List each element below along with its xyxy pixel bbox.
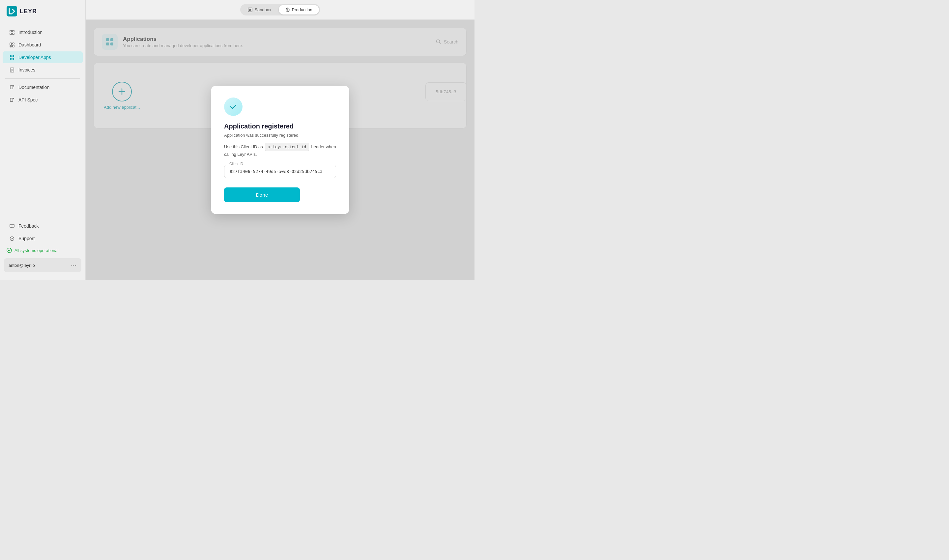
sidebar-item-api-spec[interactable]: API Spec	[3, 94, 83, 106]
logo-area: LEYR	[0, 0, 85, 22]
svg-rect-8	[10, 46, 12, 47]
topbar: Sandbox Production	[86, 0, 474, 20]
done-button[interactable]: Done	[224, 188, 300, 202]
dashboard-icon	[9, 42, 14, 48]
modal-title: Application registered	[224, 123, 336, 130]
developer-apps-label: Developer Apps	[18, 55, 51, 60]
documentation-label: Documentation	[18, 85, 49, 90]
svg-rect-4	[12, 33, 14, 35]
sidebar-item-introduction[interactable]: Introduction	[3, 26, 83, 38]
svg-rect-10	[12, 55, 14, 57]
sidebar-item-invoices[interactable]: Invoices	[3, 64, 83, 76]
feedback-label: Feedback	[18, 223, 39, 229]
feedback-icon	[9, 223, 14, 229]
sandbox-button[interactable]: Sandbox	[241, 5, 278, 14]
external-link-doc-icon	[9, 85, 14, 90]
support-icon: ?	[9, 236, 14, 241]
status-check-icon	[6, 248, 12, 253]
production-icon	[285, 8, 290, 12]
apps-icon	[9, 55, 14, 60]
modal-check-icon	[224, 97, 242, 116]
api-spec-label: API Spec	[18, 97, 38, 102]
dashboard-label: Dashboard	[18, 42, 41, 48]
logo-text: LEYR	[20, 8, 37, 15]
svg-rect-18	[10, 98, 13, 102]
env-switcher: Sandbox Production	[240, 4, 320, 15]
svg-text:?: ?	[11, 237, 13, 240]
svg-rect-3	[10, 33, 12, 35]
more-options-icon[interactable]: ⋯	[71, 262, 77, 269]
systems-status: All systems operational	[0, 245, 85, 255]
svg-rect-0	[6, 6, 17, 17]
modal-subtitle: Application was successfully registered.	[224, 133, 336, 138]
content-area: Applications You can create and managed …	[86, 20, 474, 280]
sidebar-item-documentation[interactable]: Documentation	[3, 82, 83, 93]
client-id-field: 827f3406-5274-49d5-a0e8-02d25db745c3	[224, 165, 336, 178]
svg-rect-6	[12, 43, 14, 44]
svg-rect-9	[10, 55, 12, 57]
invoices-label: Invoices	[18, 67, 35, 72]
client-id-wrapper: Client ID 827f3406-5274-49d5-a0e8-02d25d…	[224, 165, 336, 178]
support-label: Support	[18, 236, 35, 241]
svg-rect-17	[10, 86, 13, 89]
svg-rect-12	[12, 58, 14, 60]
status-text: All systems operational	[14, 248, 59, 253]
svg-rect-7	[12, 45, 14, 47]
grid-icon	[9, 30, 14, 35]
svg-rect-1	[10, 30, 12, 32]
main-nav: Introduction Dashboard Developer Apps In…	[0, 22, 85, 214]
introduction-label: Introduction	[18, 30, 43, 35]
sidebar: LEYR Introduction Dashboard Developer Ap…	[0, 0, 86, 280]
svg-rect-19	[10, 224, 14, 227]
sandbox-icon	[248, 8, 253, 12]
sidebar-item-dashboard[interactable]: Dashboard	[3, 39, 83, 51]
checkmark-icon	[229, 102, 238, 111]
modal-desc-prefix: Use this Client ID as	[224, 144, 263, 149]
user-email: anton@leyr.io	[9, 263, 35, 268]
svg-rect-2	[12, 30, 14, 32]
sidebar-item-developer-apps[interactable]: Developer Apps	[3, 51, 83, 63]
header-badge: x-leyr-client-id	[265, 143, 309, 151]
modal-overlay: Application registered Application was s…	[86, 20, 474, 280]
sidebar-item-support[interactable]: ? Support	[3, 232, 83, 245]
leyr-logo-icon	[6, 6, 17, 17]
sidebar-item-feedback[interactable]: Feedback	[3, 220, 83, 232]
nav-divider	[5, 78, 80, 79]
production-label: Production	[292, 7, 313, 12]
svg-rect-5	[10, 43, 12, 45]
production-button[interactable]: Production	[279, 5, 319, 14]
invoice-icon	[9, 67, 14, 72]
main-content: Sandbox Production	[86, 0, 474, 280]
sandbox-label: Sandbox	[254, 7, 271, 12]
modal-description: Use this Client ID as x-leyr-client-id h…	[224, 143, 336, 158]
external-link-api-icon	[9, 97, 14, 102]
sidebar-bottom: Feedback ? Support All systems operation…	[0, 214, 85, 280]
modal: Application registered Application was s…	[211, 86, 349, 214]
svg-rect-11	[10, 58, 12, 60]
user-bar[interactable]: anton@leyr.io ⋯	[4, 258, 82, 272]
